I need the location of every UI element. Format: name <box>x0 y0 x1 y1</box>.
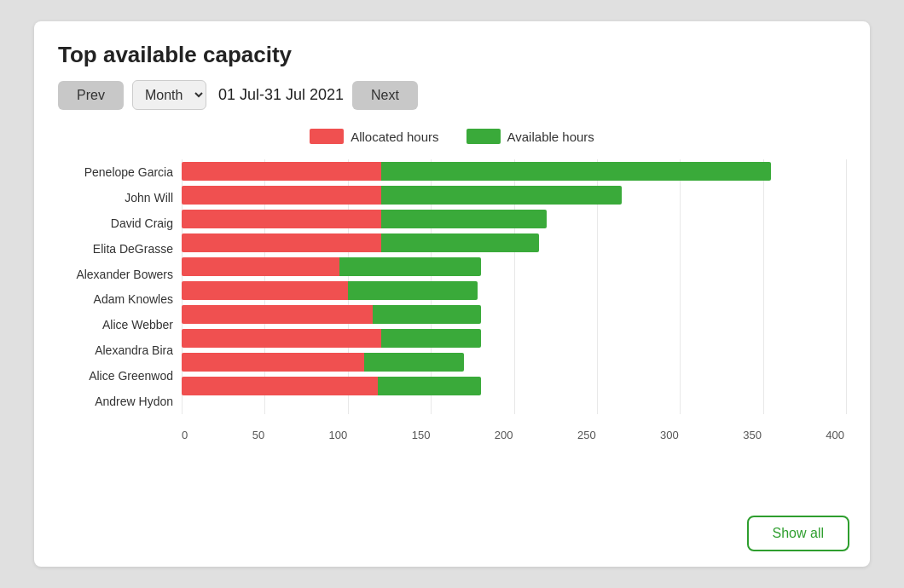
bar-available <box>339 257 481 276</box>
show-all-button[interactable]: Show all <box>747 516 849 551</box>
x-tick: 250 <box>577 429 596 441</box>
bar-allocated <box>182 353 364 372</box>
date-range: 01 Jul-31 Jul 2021 <box>218 86 344 104</box>
bar-allocated <box>182 257 339 276</box>
bar-available <box>381 186 622 205</box>
bar-allocated <box>182 162 381 181</box>
legend-available-label: Available hours <box>507 130 594 144</box>
legend-allocated-color <box>310 129 344 144</box>
prev-button[interactable]: Prev <box>58 81 124 110</box>
bar-row <box>182 350 846 374</box>
x-tick: 50 <box>252 429 264 441</box>
bar-track <box>182 281 846 300</box>
bar-available <box>364 353 464 372</box>
x-tick: 300 <box>660 429 679 441</box>
bar-row <box>182 303 846 326</box>
bar-row <box>182 207 846 231</box>
x-tick: 100 <box>329 429 348 441</box>
page-title: Top available capacity <box>58 42 846 68</box>
main-card: Top available capacity Prev Month Week D… <box>34 21 870 567</box>
bar-track <box>182 233 846 252</box>
chart-legend: Allocated hours Available hours <box>58 129 846 144</box>
bar-allocated <box>182 210 381 228</box>
bar-track <box>182 186 846 205</box>
bar-available <box>381 233 539 252</box>
next-button[interactable]: Next <box>352 81 418 110</box>
bar-row <box>182 183 846 207</box>
legend-available-color <box>466 129 501 144</box>
bar-allocated <box>182 281 348 300</box>
y-label: Alexander Bowers <box>58 268 173 280</box>
x-tick: 0 <box>182 429 188 441</box>
bar-track <box>182 210 846 228</box>
bar-track <box>182 329 846 348</box>
legend-allocated: Allocated hours <box>310 129 438 144</box>
bar-available <box>381 329 481 348</box>
bars-rows <box>182 159 846 425</box>
x-axis: 050100150200250300350400 <box>182 429 846 441</box>
bar-row <box>182 255 846 279</box>
bar-allocated <box>182 233 381 252</box>
bar-track <box>182 162 846 181</box>
bar-row <box>182 231 846 255</box>
y-label: Elita DeGrasse <box>58 243 173 255</box>
y-label: John Will <box>58 192 173 204</box>
y-label: David Craig <box>58 217 173 229</box>
bar-track <box>182 353 846 372</box>
bar-available <box>381 162 772 181</box>
bar-track <box>182 377 846 395</box>
bar-row <box>182 374 846 398</box>
x-tick: 150 <box>412 429 431 441</box>
bar-allocated <box>182 377 378 395</box>
bar-row <box>182 279 846 303</box>
chart-area: Penelope GarciaJohn WillDavid CraigElita… <box>58 159 846 441</box>
bar-available <box>373 305 481 324</box>
legend-allocated-label: Allocated hours <box>351 130 438 144</box>
bar-track <box>182 305 846 324</box>
bars-container: 050100150200250300350400 <box>182 159 846 441</box>
bar-available <box>381 210 548 228</box>
y-label: Alice Greenwod <box>58 370 173 382</box>
bar-track <box>182 257 846 276</box>
bar-available <box>348 281 478 300</box>
bar-allocated <box>182 329 381 348</box>
x-tick: 200 <box>495 429 513 441</box>
bar-row <box>182 326 846 350</box>
y-label: Alexandra Bira <box>58 344 173 356</box>
y-axis-labels: Penelope GarciaJohn WillDavid CraigElita… <box>58 159 182 441</box>
y-label: Penelope Garcia <box>58 166 173 178</box>
bar-row <box>182 159 846 183</box>
y-label: Andrew Hydon <box>58 395 173 407</box>
bar-allocated <box>182 305 373 324</box>
bar-allocated <box>182 186 381 205</box>
y-label: Alice Webber <box>58 319 173 331</box>
legend-available: Available hours <box>466 129 594 144</box>
x-tick: 350 <box>743 429 762 441</box>
bar-available <box>378 377 481 395</box>
y-label: Adam Knowles <box>58 293 173 305</box>
controls-bar: Prev Month Week Day 01 Jul-31 Jul 2021 N… <box>58 80 846 110</box>
grid-line <box>846 159 847 414</box>
month-select[interactable]: Month Week Day <box>132 80 206 110</box>
x-tick: 400 <box>826 429 844 441</box>
